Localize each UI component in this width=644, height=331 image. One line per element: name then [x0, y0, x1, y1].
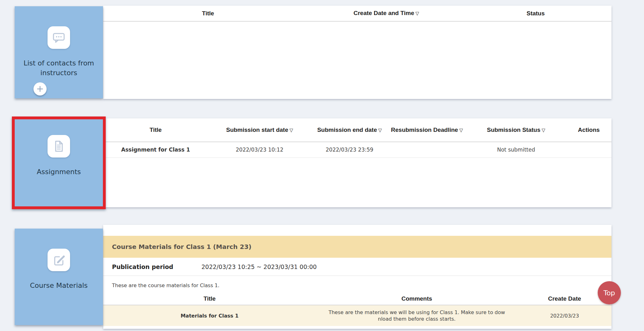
publication-period-value: 2022/03/23 10:25 ~ 2023/03/31 00:00	[201, 263, 317, 270]
material-comments-line: These are the materials we will be using…	[322, 309, 511, 316]
course-materials-card[interactable]: Course Materials	[15, 229, 103, 325]
material-description: These are the course materials for Class…	[112, 282, 220, 288]
assignment-status-cell: Not submitted	[466, 142, 566, 158]
materials-header-row: Title Comments Create Date	[103, 292, 611, 305]
contacts-card[interactable]: List of contacts from instructors	[15, 6, 103, 98]
assignments-table: Title Submission start date▽ Submission …	[103, 118, 611, 158]
assignment-start-cell: 2022/03/23 10:12	[208, 142, 311, 158]
contacts-card-label: List of contacts from instructors	[15, 58, 103, 78]
sort-descending-icon[interactable]: ▽	[415, 11, 419, 16]
material-title-cell[interactable]: Materials for Class 1	[103, 305, 316, 326]
material-title-band: Course Materials for Class 1 (March 23)	[103, 236, 611, 258]
column-label: Create Date and Time	[353, 10, 414, 16]
assignments-card-selection-outline: Assignments	[12, 116, 106, 209]
add-contact-button[interactable]	[33, 82, 47, 96]
contacts-panel: Title Create Date and Time▽ Status	[103, 6, 611, 99]
assignments-card[interactable]: Assignments	[15, 119, 103, 206]
contacts-header-row: Title Create Date and Time▽ Status	[103, 6, 611, 21]
materials-table: Title Comments Create Date Materials for…	[103, 292, 611, 326]
column-label: Submission end date	[317, 127, 377, 133]
assignment-title-cell[interactable]: Assignment for Class 1	[103, 142, 208, 158]
course-materials-card-label: Course Materials	[30, 281, 88, 290]
assignment-actions-cell	[566, 142, 611, 158]
material-create-date-cell: 2022/03/23	[518, 305, 611, 326]
material-comments-line: nload them before class starts.	[322, 316, 511, 322]
assignments-col-start[interactable]: Submission start date▽	[208, 118, 311, 142]
assignments-col-title: Title	[103, 118, 208, 142]
materials-col-create-date: Create Date	[518, 292, 611, 305]
assignments-col-status[interactable]: Submission Status▽	[466, 118, 566, 142]
contacts-table: Title Create Date and Time▽ Status	[103, 6, 611, 22]
materials-col-title: Title	[103, 292, 316, 305]
materials-col-comments: Comments	[316, 292, 518, 305]
sort-descending-icon[interactable]: ▽	[289, 127, 293, 133]
assignments-card-label: Assignments	[37, 167, 81, 177]
column-label: Resubmission Deadline	[391, 127, 458, 133]
assignments-col-end[interactable]: Submission end date▽	[311, 118, 388, 142]
column-label: Submission start date	[226, 127, 288, 133]
sort-descending-icon[interactable]: ▽	[378, 127, 382, 133]
material-row[interactable]: Materials for Class 1 These are the mate…	[103, 305, 611, 326]
assignments-header-row: Title Submission start date▽ Submission …	[103, 118, 611, 142]
assignment-resubmission-cell	[388, 142, 466, 158]
edit-icon	[48, 249, 70, 271]
publication-period-label: Publication period	[103, 263, 201, 270]
scroll-to-top-button[interactable]: Top	[598, 281, 621, 304]
assignments-col-actions: Actions	[566, 118, 611, 142]
assignments-col-resubmission[interactable]: Resubmission Deadline▽	[388, 118, 466, 142]
publication-period-row: Publication period 2022/03/23 10:25 ~ 20…	[103, 258, 611, 276]
material-title: Course Materials for Class 1 (March 23)	[112, 243, 251, 251]
assignment-end-cell: 2022/03/23 23:59	[311, 142, 388, 158]
chat-icon	[48, 26, 70, 49]
material-comments-cell: These are the materials we will be using…	[316, 305, 518, 326]
assignments-panel: Title Submission start date▽ Submission …	[103, 118, 611, 207]
document-icon	[48, 135, 70, 158]
sort-descending-icon[interactable]: ▽	[459, 127, 463, 133]
column-label: Submission Status	[487, 127, 540, 133]
contacts-col-title: Title	[103, 6, 313, 21]
sort-descending-icon[interactable]: ▽	[542, 127, 545, 133]
course-materials-panel: Course Materials for Class 1 (March 23) …	[103, 225, 611, 329]
contacts-col-create-date[interactable]: Create Date and Time▽	[313, 6, 460, 21]
contacts-col-status: Status	[460, 6, 611, 21]
assignment-row[interactable]: Assignment for Class 1 2022/03/23 10:12 …	[103, 142, 611, 158]
